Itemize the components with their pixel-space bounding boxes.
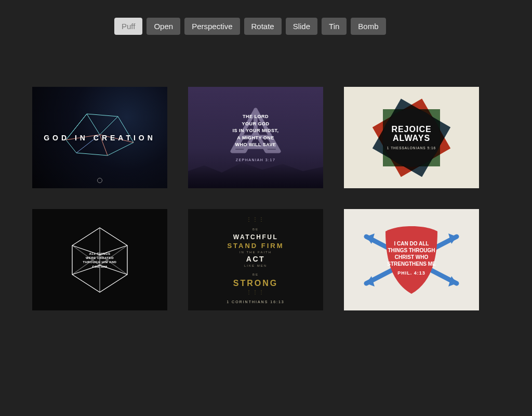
ornament-top-icon: ⋮⋮⋮ (246, 216, 265, 222)
verse-reference: ZEPHANIAH 3:17 (236, 158, 276, 162)
tab-open[interactable]: Open (147, 18, 180, 35)
gallery-card-2[interactable]: THE LORD YOUR GOD IS IN YOUR MIDST, A MI… (188, 87, 323, 188)
gallery-card-4[interactable]: ALL THINGS WERE CREATED THROUGH HIM AND … (32, 209, 167, 310)
strong-text: STRONG (233, 279, 278, 288)
rejoice-text: REJOICE ALWAYS (391, 125, 431, 143)
ornament-bottom-icon: ⋮⋮⋮ (246, 289, 265, 295)
act-text: ACT (246, 255, 265, 263)
verse-text: I CAN DO ALL THINGS THROUGH CHRIST WHO S… (383, 240, 440, 276)
tab-tin[interactable]: Tin (322, 18, 347, 35)
center-disc: REJOICE ALWAYS 1 THESSALONIANS 5:16 (382, 109, 441, 167)
tab-puff[interactable]: Puff (114, 18, 142, 35)
gallery-card-5[interactable]: ⋮⋮⋮ BE WATCHFUL STAND FIRM IN THE FAITH … (188, 209, 323, 310)
verse-text: THE LORD YOUR GOD IS IN YOUR MIDST, A MI… (233, 113, 279, 149)
tab-slide[interactable]: Slide (286, 18, 317, 35)
verse-reference: PHIL. 4:13 (383, 270, 440, 276)
verse-reference: 1 CORINTHIANS 16:13 (227, 300, 285, 304)
logo-icon (97, 178, 102, 183)
tab-perspective[interactable]: Perspective (184, 18, 240, 35)
gallery-card-6[interactable]: I CAN DO ALL THINGS THROUGH CHRIST WHO S… (344, 209, 479, 310)
effect-tabs: PuffOpenPerspectiveRotateSlideTinBomb (0, 0, 532, 35)
gallery-card-1[interactable]: GOD IN CREATION (32, 87, 167, 188)
tab-rotate[interactable]: Rotate (244, 18, 282, 35)
verse-text: ALL THINGS WERE CREATED THROUGH HIM AND … (79, 251, 121, 269)
card-title: GOD IN CREATION (44, 134, 156, 142)
stand-firm-text: STAND FIRM (227, 242, 284, 250)
watchful-text: WATCHFUL (233, 233, 278, 241)
verse-reference: 1 THESSALONIANS 5:16 (387, 146, 436, 150)
gallery-card-3[interactable]: REJOICE ALWAYS 1 THESSALONIANS 5:16 (344, 87, 479, 188)
tab-bomb[interactable]: Bomb (351, 18, 385, 35)
image-grid: GOD IN CREATION THE LORD YOUR GOD IS IN … (0, 35, 532, 310)
